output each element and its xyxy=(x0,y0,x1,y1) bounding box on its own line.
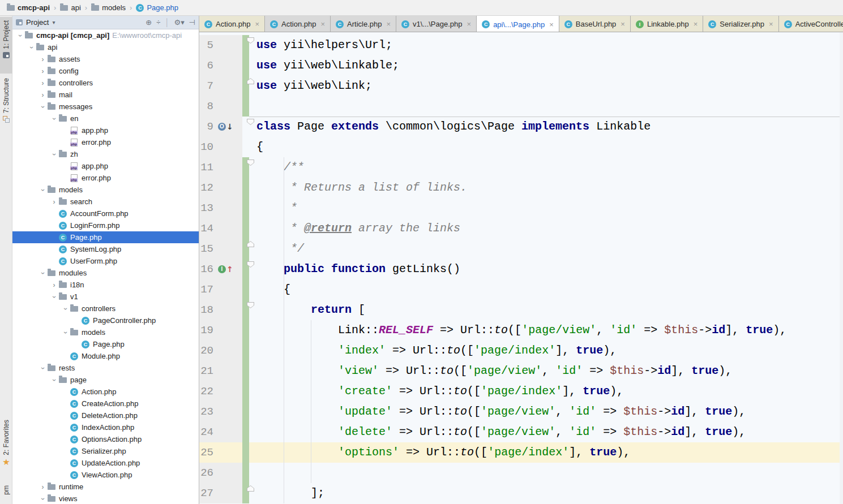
project-tree-row[interactable]: ›page xyxy=(12,374,199,386)
project-tree-row[interactable]: CSerializer.php xyxy=(12,445,199,457)
code-line[interactable]: 24 'delete' => Url::to(['page/view', 'id… xyxy=(199,422,843,442)
tree-chevron-icon[interactable]: › xyxy=(39,364,47,372)
project-tree-row[interactable]: ›rests xyxy=(12,362,199,374)
tree-chevron-icon[interactable]: › xyxy=(62,328,70,337)
project-tree-row[interactable]: ›en xyxy=(12,113,199,124)
project-tree-row[interactable]: ›messages xyxy=(12,101,199,113)
line-number[interactable]: 13 xyxy=(199,198,216,218)
code-line[interactable]: 10{ xyxy=(199,137,843,157)
code-line[interactable]: 26 xyxy=(199,463,843,483)
project-tree-row[interactable]: ›cmcp-api [cmcp_api]E:\wwwroot\cmcp-api xyxy=(12,29,199,41)
project-tree-row[interactable]: ›modules xyxy=(12,267,199,279)
line-number[interactable]: 19 xyxy=(199,320,216,341)
tree-chevron-icon[interactable]: › xyxy=(50,376,58,384)
tree-chevron-icon[interactable]: › xyxy=(38,67,47,75)
project-tree-row[interactable]: CPage.php xyxy=(12,231,199,243)
tab-close-icon[interactable]: × xyxy=(467,20,472,28)
project-tree-row[interactable]: CUserForm.php xyxy=(12,255,199,267)
breadcrumb-item[interactable]: api xyxy=(59,3,82,12)
project-tree-row[interactable]: ›controllers xyxy=(12,77,199,89)
project-tree-row[interactable]: CViewAction.php xyxy=(12,469,199,481)
code-line[interactable]: 11 /** xyxy=(199,157,843,178)
project-tree-row[interactable]: ›assets xyxy=(12,53,199,65)
project-tree-row[interactable]: ›models xyxy=(12,184,199,196)
line-number[interactable]: 18 xyxy=(199,300,216,320)
tab-close-icon[interactable]: × xyxy=(769,20,773,28)
tree-chevron-icon[interactable]: › xyxy=(39,102,47,111)
override-marker-icon[interactable]: O xyxy=(218,123,226,131)
project-tree-row[interactable]: ›mail xyxy=(12,89,199,101)
line-number[interactable]: 10 xyxy=(199,137,216,157)
tree-chevron-icon[interactable]: › xyxy=(38,55,47,63)
project-panel-title[interactable]: Project xyxy=(26,18,49,27)
breadcrumb-item[interactable]: models xyxy=(90,3,127,12)
line-number[interactable]: 24 xyxy=(199,422,216,442)
code-line[interactable]: 13 * xyxy=(199,198,843,218)
editor-tab[interactable]: CArticle.php× xyxy=(331,16,396,32)
tree-chevron-icon[interactable]: › xyxy=(50,114,58,123)
code-line[interactable]: 14 * @return array the links xyxy=(199,218,843,239)
editor-tab[interactable]: ILinkable.php× xyxy=(631,16,703,32)
project-tree-row[interactable]: ›zh xyxy=(12,148,199,160)
editor-tab[interactable]: CBaseUrl.php× xyxy=(559,16,631,32)
code-line[interactable]: 18 return [ xyxy=(199,300,843,320)
line-number[interactable]: 6 xyxy=(199,55,216,76)
editor-tab[interactable]: CSerializer.php× xyxy=(703,16,778,32)
project-tree-row[interactable]: error.php xyxy=(12,172,199,184)
project-tree-row[interactable]: CAction.php xyxy=(12,386,199,398)
project-tree-row[interactable]: ›runtime xyxy=(12,481,199,493)
line-number[interactable]: 25 xyxy=(199,442,216,463)
tree-chevron-icon[interactable]: › xyxy=(38,79,47,87)
tab-close-icon[interactable]: × xyxy=(386,20,391,28)
project-tree-row[interactable]: ›api xyxy=(12,41,199,53)
project-tree-row[interactable]: CCreateAction.php xyxy=(12,398,199,410)
line-number[interactable]: 21 xyxy=(199,361,216,381)
line-number[interactable]: 27 xyxy=(199,483,216,503)
code-line[interactable]: 16I↑ public function getLinks() xyxy=(199,259,843,279)
code-line[interactable]: 5use yii\helpers\Url; xyxy=(199,35,843,55)
code-line[interactable]: 8 xyxy=(199,96,843,117)
project-view-caret-icon[interactable]: ▾ xyxy=(52,19,55,25)
project-tree-row[interactable]: ›models xyxy=(12,326,199,338)
line-number[interactable]: 5 xyxy=(199,35,216,55)
code-line[interactable]: 25 'options' => Url::to(['page/index'], … xyxy=(199,442,843,463)
toolwindow-button-npm-partial[interactable]: pm xyxy=(0,485,12,504)
project-tree-row[interactable]: error.php xyxy=(12,136,199,148)
line-number[interactable]: 9 xyxy=(199,117,216,137)
editor-tab[interactable]: CAction.php× xyxy=(199,16,265,32)
tree-chevron-icon[interactable]: › xyxy=(28,43,36,51)
tree-chevron-icon[interactable]: › xyxy=(50,150,58,158)
tab-close-icon[interactable]: × xyxy=(694,20,698,28)
code-line[interactable]: 19 Link::REL_SELF => Url::to(['page/view… xyxy=(199,320,843,341)
code-line[interactable]: 27 ]; xyxy=(199,483,843,503)
project-tree-row[interactable]: CUpdateAction.php xyxy=(12,457,199,469)
editor-tab[interactable]: Cv1\...\Page.php× xyxy=(396,16,477,32)
project-tree-row[interactable]: CModule.php xyxy=(12,350,199,362)
project-tree-row[interactable]: COptionsAction.php xyxy=(12,433,199,445)
project-tree-row[interactable]: CAccountForm.php xyxy=(12,208,199,219)
line-number[interactable]: 14 xyxy=(199,218,216,239)
editor-tab[interactable]: Capi\...\Page.php× xyxy=(477,16,559,32)
line-number[interactable]: 15 xyxy=(199,239,216,259)
breadcrumb-item[interactable]: CPage.php xyxy=(135,3,179,12)
project-tree-row[interactable]: CDeleteAction.php xyxy=(12,410,199,421)
project-tree-row[interactable]: app.php xyxy=(12,124,199,136)
toolwindow-button-favorites[interactable]: 2: Favorites★ xyxy=(0,420,12,482)
tree-chevron-icon[interactable]: › xyxy=(16,31,24,40)
tree-chevron-icon[interactable]: › xyxy=(50,198,58,206)
code-line[interactable]: 22 'create' => Url::to(['page/index'], t… xyxy=(199,381,843,402)
line-number[interactable]: 22 xyxy=(199,381,216,402)
code-line[interactable]: 12 * Returns a list of links. xyxy=(199,178,843,198)
tab-close-icon[interactable]: × xyxy=(255,20,259,28)
code-line[interactable]: 7use yii\web\Link; xyxy=(199,76,843,96)
project-tree-row[interactable]: ›views xyxy=(12,493,199,504)
editor-tab[interactable]: CActiveController.php× xyxy=(779,16,843,32)
tree-chevron-icon[interactable]: › xyxy=(39,494,47,503)
project-tree-row[interactable]: CSystemLog.php xyxy=(12,243,199,255)
tree-chevron-icon[interactable]: › xyxy=(62,304,70,313)
code-line[interactable]: 23 'update' => Url::to(['page/view', 'id… xyxy=(199,402,843,422)
project-tree-row[interactable]: CLoginForm.php xyxy=(12,219,199,231)
code-line[interactable]: 6use yii\web\Linkable; xyxy=(199,55,843,76)
code-line[interactable]: 15 */ xyxy=(199,239,843,259)
project-tree-row[interactable]: app.php xyxy=(12,160,199,172)
